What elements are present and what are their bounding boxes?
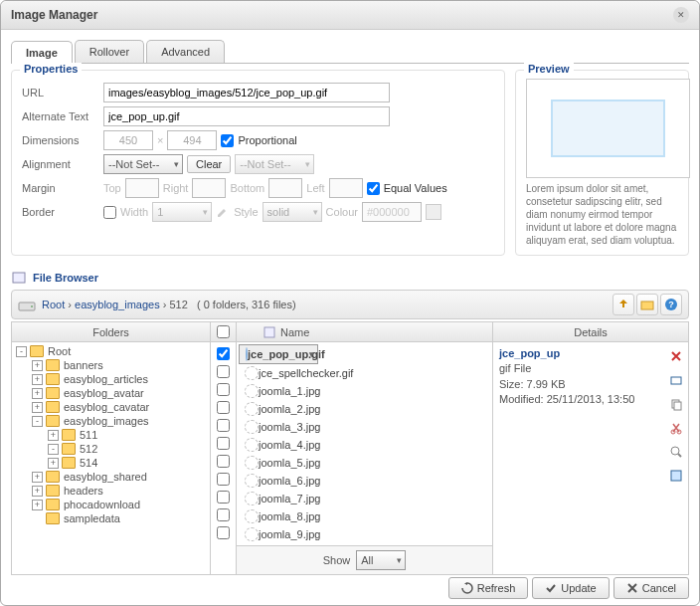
file-row[interactable]: joomla_4.jpg xyxy=(239,436,490,454)
url-input[interactable] xyxy=(103,83,390,102)
tab-advanced[interactable]: Advanced xyxy=(146,40,225,63)
file-row[interactable]: joomla_5.jpg xyxy=(239,454,490,472)
width-input[interactable] xyxy=(103,130,153,150)
update-button[interactable]: Update xyxy=(532,577,609,599)
copy-button[interactable] xyxy=(666,394,686,414)
folder-icon xyxy=(46,499,60,510)
folder-icon xyxy=(46,485,60,497)
expander-icon[interactable]: + xyxy=(32,500,43,510)
margin-label: Margin xyxy=(22,182,99,194)
cut-button[interactable] xyxy=(666,418,686,438)
expander-icon[interactable]: - xyxy=(48,444,59,455)
new-folder-button[interactable] xyxy=(636,294,658,315)
tab-image[interactable]: Image xyxy=(11,41,73,64)
file-checkbox[interactable] xyxy=(217,526,230,539)
proportional-checkbox[interactable] xyxy=(221,134,234,147)
tree-node[interactable]: -easyblog_images xyxy=(14,414,208,428)
close-icon[interactable]: ✕ xyxy=(673,7,689,23)
alt-input[interactable] xyxy=(103,106,390,126)
file-row[interactable]: joomla_3.jpg xyxy=(239,418,490,436)
tree-node[interactable]: +easyblog_shared xyxy=(14,470,208,484)
expander-icon[interactable]: + xyxy=(32,388,43,399)
tree-label: easyblog_shared xyxy=(64,471,147,483)
file-checkbox[interactable] xyxy=(217,455,230,468)
file-checkbox[interactable] xyxy=(217,365,230,378)
show-select[interactable]: All xyxy=(356,550,406,570)
tree-node[interactable]: +easyblog_articles xyxy=(14,372,208,386)
file-checkbox[interactable] xyxy=(217,508,230,521)
rename-button[interactable] xyxy=(666,370,686,390)
file-checkbox[interactable] xyxy=(217,347,230,360)
detail-size: Size: 7.99 KB xyxy=(499,377,656,392)
expander-icon[interactable]: + xyxy=(48,458,59,469)
tree-node[interactable]: sampledata xyxy=(14,511,208,525)
border-enable-checkbox[interactable] xyxy=(103,206,116,219)
view-button[interactable] xyxy=(666,442,686,462)
svg-text:?: ? xyxy=(668,300,674,309)
expander-icon[interactable]: + xyxy=(32,486,43,497)
tree-node[interactable]: +511 xyxy=(14,428,208,442)
height-input[interactable] xyxy=(167,130,217,150)
expander-icon[interactable]: + xyxy=(32,360,43,371)
file-checkbox[interactable] xyxy=(217,491,230,504)
equal-values-checkbox[interactable] xyxy=(367,182,380,195)
help-button[interactable]: ? xyxy=(660,294,682,315)
drive-icon xyxy=(18,297,36,312)
refresh-button[interactable]: Refresh xyxy=(448,577,529,599)
file-checkbox[interactable] xyxy=(217,419,230,432)
tree-node[interactable]: +easyblog_avatar xyxy=(14,386,208,400)
delete-button[interactable] xyxy=(666,346,686,366)
border-width-label: Width xyxy=(120,206,148,218)
tree-node[interactable]: -512 xyxy=(14,442,208,456)
tree-node[interactable]: +banners xyxy=(14,358,208,372)
crumb-root[interactable]: Root xyxy=(42,299,65,310)
tree-label: Root xyxy=(48,345,71,357)
tab-rollover[interactable]: Rollover xyxy=(75,40,144,63)
tree-node[interactable]: +514 xyxy=(14,456,208,470)
crumb-1[interactable]: easyblog_images xyxy=(75,299,160,310)
upload-button[interactable] xyxy=(612,294,634,315)
detail-type: gif File xyxy=(499,361,656,376)
file-row[interactable]: joomla_1.jpg xyxy=(239,382,490,400)
tree-label: easyblog_avatar xyxy=(64,387,144,399)
expander-icon[interactable]: + xyxy=(32,374,43,385)
file-row[interactable]: joomla_2.jpg xyxy=(239,400,490,418)
file-row[interactable]: joomla_6.jpg xyxy=(239,472,490,490)
file-row[interactable]: jce_spellchecker.gif xyxy=(239,364,490,382)
x-separator: × xyxy=(157,134,163,146)
file-row[interactable]: jce_pop_up.gif xyxy=(239,344,318,364)
file-row[interactable]: joomla_8.jpg xyxy=(239,507,490,525)
expander-icon[interactable]: - xyxy=(16,346,27,357)
file-row[interactable]: joomla_7.jpg xyxy=(239,490,490,507)
expander-icon[interactable]: + xyxy=(48,430,59,441)
folder-icon xyxy=(46,512,60,524)
tree-node[interactable]: +headers xyxy=(14,484,208,498)
clear-button[interactable]: Clear xyxy=(187,155,231,173)
tree-node[interactable]: +phocadownload xyxy=(14,498,208,511)
file-checkbox[interactable] xyxy=(217,473,230,486)
file-icon xyxy=(245,384,259,398)
folder-icon xyxy=(62,457,76,469)
expander-icon[interactable]: - xyxy=(32,416,43,427)
cancel-button[interactable]: Cancel xyxy=(613,577,689,599)
tree-node[interactable]: -Root xyxy=(14,344,208,358)
equal-values-label: Equal Values xyxy=(384,182,447,194)
file-checkbox[interactable] xyxy=(217,401,230,414)
margin-bottom-input xyxy=(268,178,302,198)
alignment-select[interactable]: --Not Set-- xyxy=(103,154,183,174)
folder-icon xyxy=(62,429,76,441)
file-browser-icon xyxy=(11,270,27,286)
tree-label: 514 xyxy=(80,457,97,469)
file-name: joomla_8.jpg xyxy=(259,510,320,522)
colour-swatch-icon xyxy=(426,204,441,220)
file-checkbox[interactable] xyxy=(217,383,230,396)
insert-button[interactable] xyxy=(666,466,686,486)
file-name: joomla_6.jpg xyxy=(259,475,320,487)
tree-node[interactable]: +easyblog_cavatar xyxy=(14,400,208,414)
expander-icon[interactable]: + xyxy=(32,472,43,483)
file-row[interactable]: joomla_9.jpg xyxy=(239,525,490,543)
file-checkbox[interactable] xyxy=(217,437,230,450)
tree-label: 512 xyxy=(80,443,97,455)
select-all-checkbox[interactable] xyxy=(217,325,230,338)
expander-icon[interactable]: + xyxy=(32,402,43,413)
